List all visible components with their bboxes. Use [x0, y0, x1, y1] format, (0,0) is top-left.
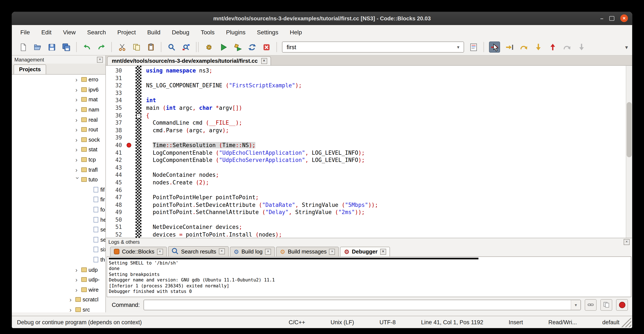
menu-plugins[interactable]: Plugins — [226, 29, 246, 35]
chevron-icon[interactable]: › — [75, 77, 80, 83]
close-tab-icon[interactable]: × — [157, 249, 163, 254]
step-out-button[interactable] — [548, 42, 558, 52]
tree-item-ipv6[interactable]: ›ipv6 — [12, 85, 106, 95]
attach-icon[interactable] — [585, 299, 596, 310]
tree-item-he[interactable]: he — [12, 215, 106, 225]
log-tab-build-messages[interactable]: ⚙Build messages× — [276, 247, 339, 256]
breakpoint-margin[interactable] — [125, 82, 136, 89]
breakpoint-margin[interactable] — [125, 201, 136, 209]
tree-item-mat[interactable]: ›mat — [12, 95, 106, 105]
menu-file[interactable]: File — [20, 29, 30, 35]
new-file-button[interactable] — [18, 42, 28, 52]
save-all-button[interactable] — [61, 42, 71, 52]
chevron-icon[interactable]: › — [75, 137, 80, 143]
chevron-icon[interactable]: › — [75, 146, 80, 153]
chevron-icon[interactable]: › — [75, 177, 81, 182]
maximize-button[interactable] — [609, 16, 614, 21]
close-panel-icon[interactable]: × — [97, 57, 103, 63]
cut-button[interactable] — [117, 42, 127, 52]
close-tab-icon[interactable]: × — [261, 58, 267, 64]
tree-item-se[interactable]: se — [12, 235, 106, 245]
copy-button[interactable] — [131, 42, 142, 52]
close-tab-icon[interactable]: × — [265, 249, 271, 254]
tree-item-tuto[interactable]: ›tuto — [12, 175, 106, 185]
menu-help[interactable]: Help — [290, 29, 302, 35]
paste-button[interactable] — [146, 42, 156, 52]
breakpoint-margin[interactable] — [125, 216, 136, 224]
chevron-icon[interactable]: › — [75, 156, 80, 163]
tree-item-nam[interactable]: ›nam — [12, 105, 106, 115]
scrollbar-thumb[interactable] — [627, 102, 632, 157]
chevron-icon[interactable]: › — [75, 106, 80, 113]
tree-item-trafl[interactable]: ›trafl — [12, 165, 106, 175]
fold-marker[interactable]: − — [136, 113, 141, 118]
chevron-down-icon[interactable]: ▾ — [571, 300, 580, 310]
log-tab-build-log[interactable]: ⚙Build log× — [230, 247, 275, 256]
breakpoint-margin[interactable] — [125, 74, 136, 82]
minimize-button[interactable]: – — [600, 16, 603, 21]
tree-item-fir[interactable]: fir — [12, 195, 106, 204]
close-tab-icon[interactable]: × — [329, 249, 335, 254]
run-to-cursor-button[interactable] — [504, 42, 514, 52]
tree-item-wire[interactable]: ›wire — [12, 285, 106, 294]
next-instruction-button[interactable] — [562, 42, 572, 52]
menu-tools[interactable]: Tools — [201, 29, 214, 35]
tree-item-sock[interactable]: ›sock — [12, 135, 106, 145]
breakpoint-margin[interactable] — [125, 97, 136, 104]
chevron-icon[interactable]: › — [75, 286, 80, 293]
tree-item-th[interactable]: th — [12, 254, 106, 264]
breakpoint-margin[interactable] — [125, 164, 136, 171]
find-button[interactable] — [166, 42, 176, 52]
breakpoint-margin[interactable] — [125, 224, 136, 231]
breakpoint-margin[interactable] — [125, 209, 136, 216]
tree-item-stat[interactable]: ›stat — [12, 145, 106, 155]
chevron-icon[interactable]: › — [75, 166, 80, 173]
step-into-instruction-button[interactable] — [576, 42, 586, 52]
save-button[interactable] — [46, 42, 57, 52]
breakpoint-margin[interactable] — [125, 156, 136, 164]
chevron-icon[interactable]: › — [70, 306, 74, 312]
replace-button[interactable] — [181, 42, 191, 52]
tree-item-udp[interactable]: ›udp — [12, 265, 106, 275]
breakpoint-margin[interactable] — [125, 142, 136, 149]
chevron-icon[interactable]: › — [75, 116, 80, 123]
breakpoint-margin[interactable] — [125, 231, 136, 238]
log-tab-debugger[interactable]: ⚙Debugger× — [340, 247, 390, 256]
undo-button[interactable] — [82, 42, 92, 52]
breakpoint-margin[interactable] — [125, 179, 136, 186]
menu-edit[interactable]: Edit — [41, 29, 52, 35]
tree-item-fo[interactable]: fo — [12, 204, 106, 214]
code-editor[interactable]: 30using namespace ns3;3132NS_LOG_COMPONE… — [106, 66, 632, 238]
tree-item-scratcl[interactable]: ›scratcl — [12, 294, 106, 304]
close-tab-icon[interactable]: × — [380, 249, 386, 254]
close-button[interactable]: × — [620, 15, 628, 22]
tree-item-real[interactable]: ›real — [12, 115, 106, 125]
run-button[interactable] — [218, 42, 228, 52]
tree-item-src[interactable]: ›src — [12, 304, 106, 312]
close-logs-icon[interactable]: × — [624, 239, 630, 245]
tree-item-tcp[interactable]: ›tcp — [12, 155, 106, 165]
breakpoint-margin[interactable] — [125, 186, 136, 194]
open-file-button[interactable] — [32, 42, 42, 52]
build-and-run-button[interactable] — [232, 42, 242, 52]
select-target-button[interactable] — [468, 42, 478, 52]
toolbar-overflow-chevron[interactable]: ▾ — [625, 44, 628, 50]
tree-item-six[interactable]: six — [12, 245, 106, 254]
breakpoint-margin[interactable] — [125, 134, 136, 142]
rebuild-button[interactable] — [247, 42, 257, 52]
stop-debugger-icon[interactable] — [616, 299, 628, 310]
chevron-icon[interactable]: › — [75, 96, 80, 103]
step-into-button[interactable] — [533, 42, 543, 52]
menu-debug[interactable]: Debug — [172, 29, 190, 35]
breakpoint-marker[interactable] — [126, 143, 131, 148]
chevron-icon[interactable]: › — [75, 276, 80, 283]
menu-view[interactable]: View — [63, 29, 76, 35]
log-tab-search-results[interactable]: Search results× — [168, 246, 228, 256]
chevron-icon[interactable]: › — [75, 266, 80, 273]
breakpoint-margin[interactable] — [125, 67, 136, 74]
copy-output-icon[interactable] — [600, 299, 612, 310]
editor-scrollbar[interactable] — [626, 66, 632, 238]
tree-item-rout[interactable]: ›rout — [12, 125, 106, 135]
build-button[interactable] — [204, 42, 214, 52]
build-target-combo[interactable]: first ▾ — [282, 42, 464, 53]
